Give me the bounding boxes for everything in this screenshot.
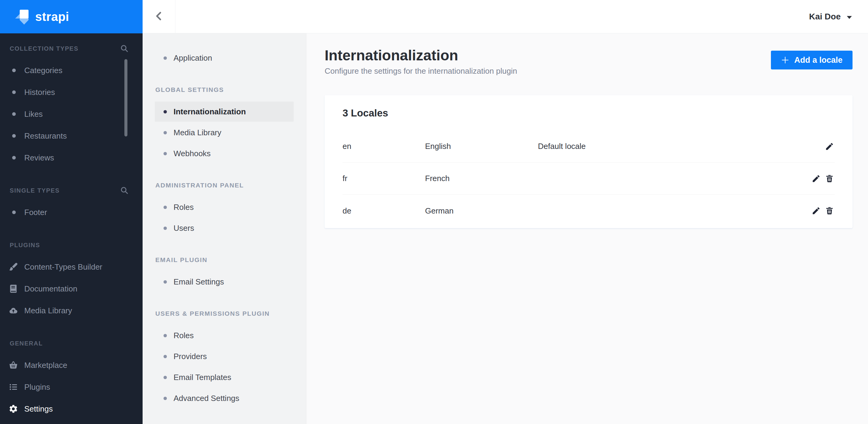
bullet-icon bbox=[12, 156, 16, 160]
bullet-icon bbox=[12, 112, 16, 116]
bullet-icon bbox=[163, 131, 167, 134]
sidebar-item-label: Histories bbox=[24, 88, 55, 97]
sidebar-item-histories[interactable]: Histories bbox=[0, 81, 143, 103]
page-head: Internationalization Configure the setti… bbox=[306, 33, 868, 76]
table-row-de[interactable]: de German bbox=[343, 195, 835, 227]
settings-nav-item-providers[interactable]: Providers bbox=[155, 346, 294, 366]
row-actions bbox=[812, 206, 834, 215]
pencil-icon[interactable] bbox=[812, 206, 821, 215]
bullet-icon bbox=[163, 206, 167, 209]
sidebar-item-plugins[interactable]: Plugins bbox=[0, 376, 143, 398]
main-sidebar: strapi COLLECTION TYPES Categories Histo… bbox=[0, 0, 143, 424]
sidebar-item-media-library[interactable]: Media Library bbox=[0, 300, 143, 322]
sidebar-item-label: Content-Types Builder bbox=[24, 262, 102, 272]
sidebar-item-footer[interactable]: Footer bbox=[0, 201, 143, 223]
settings-nav-label: Application bbox=[174, 54, 212, 63]
sidebar-item-label: Settings bbox=[24, 404, 53, 414]
locale-code: de bbox=[343, 206, 425, 216]
table-row-en[interactable]: en English Default locale bbox=[343, 130, 835, 163]
settings-section-administration-panel: ADMINISTRATION PANEL Roles Users bbox=[155, 174, 293, 238]
right-pane: Kai Doe Application GLOBAL SETTINGS bbox=[143, 0, 868, 424]
strapi-logo-icon bbox=[15, 8, 30, 25]
sidebar-section-single-types: SINGLE TYPES Footer bbox=[0, 180, 143, 223]
settings-nav-item-admin-roles[interactable]: Roles bbox=[155, 197, 294, 217]
settings-nav-item-admin-users[interactable]: Users bbox=[155, 218, 294, 238]
sidebar-item-label: Categories bbox=[24, 66, 62, 75]
settings-nav-item-up-roles[interactable]: Roles bbox=[155, 325, 294, 346]
settings-section-users-permissions-plugin: USERS & PERMISSIONS PLUGIN Roles Provide… bbox=[155, 303, 293, 408]
settings-nav: Application GLOBAL SETTINGS Internationa… bbox=[143, 33, 306, 424]
caret-down-icon bbox=[847, 15, 852, 18]
users-permissions-plugin-header: USERS & PERMISSIONS PLUGIN bbox=[155, 303, 293, 325]
sidebar-item-settings[interactable]: Settings bbox=[0, 398, 143, 420]
sidebar-item-label: Reviews bbox=[24, 153, 54, 163]
settings-nav-item-advanced-settings[interactable]: Advanced Settings bbox=[155, 388, 294, 408]
general-label: GENERAL bbox=[10, 340, 43, 347]
locale-name: German bbox=[425, 206, 538, 216]
settings-nav-item-email-settings[interactable]: Email Settings bbox=[155, 272, 294, 292]
plugins-label: PLUGINS bbox=[10, 242, 40, 249]
row-actions bbox=[812, 174, 834, 183]
bullet-icon bbox=[12, 69, 16, 72]
back-button[interactable] bbox=[143, 0, 175, 33]
pencil-icon[interactable] bbox=[825, 142, 834, 151]
collection-types-header: COLLECTION TYPES bbox=[0, 38, 143, 60]
settings-nav-item-internationalization[interactable]: Internationalization bbox=[155, 102, 294, 122]
sidebar-section-general: GENERAL Marketplace Plugins Settings bbox=[0, 332, 143, 420]
app-window: strapi COLLECTION TYPES Categories Histo… bbox=[0, 0, 868, 424]
sidebar-item-reviews[interactable]: Reviews bbox=[0, 147, 143, 169]
settings-nav-item-media-library[interactable]: Media Library bbox=[155, 123, 294, 142]
settings-nav-label: Email Settings bbox=[174, 277, 224, 287]
settings-nav-item-email-templates[interactable]: Email Templates bbox=[155, 367, 294, 387]
bullet-icon bbox=[12, 90, 16, 94]
user-menu[interactable]: Kai Doe bbox=[809, 0, 868, 33]
sidebar-item-documentation[interactable]: Documentation bbox=[0, 278, 143, 300]
sidebar-item-categories[interactable]: Categories bbox=[0, 60, 143, 81]
topbar: Kai Doe bbox=[143, 0, 868, 33]
settings-nav-label: Webhooks bbox=[174, 149, 211, 158]
settings-nav-item-webhooks[interactable]: Webhooks bbox=[155, 143, 294, 163]
main-content: Internationalization Configure the setti… bbox=[306, 33, 868, 424]
trash-icon[interactable] bbox=[825, 206, 834, 215]
locale-note: Default locale bbox=[538, 142, 825, 151]
locales-card: 3 Locales en English Default locale bbox=[324, 95, 852, 228]
single-types-header: SINGLE TYPES bbox=[0, 180, 143, 201]
sidebar-item-label: Documentation bbox=[24, 284, 78, 294]
settings-nav-label: Advanced Settings bbox=[174, 394, 239, 403]
settings-nav-label: Users bbox=[174, 224, 194, 233]
body-row: Application GLOBAL SETTINGS Internationa… bbox=[143, 33, 868, 424]
settings-nav-label: Roles bbox=[174, 331, 193, 340]
table-row-fr[interactable]: fr French bbox=[343, 163, 835, 195]
sidebar-item-label: Restaurants bbox=[24, 131, 67, 141]
strapi-logo[interactable]: strapi bbox=[0, 0, 143, 33]
sidebar-item-restaurants[interactable]: Restaurants bbox=[0, 125, 143, 147]
global-settings-header: GLOBAL SETTINGS bbox=[155, 79, 293, 101]
search-icon[interactable] bbox=[120, 44, 129, 53]
locale-name: French bbox=[425, 174, 538, 183]
add-locale-button-label: Add a locale bbox=[794, 56, 842, 65]
settings-nav-label: Media Library bbox=[174, 128, 221, 137]
pencil-icon[interactable] bbox=[812, 174, 821, 183]
bullet-icon bbox=[12, 134, 16, 138]
bullet-icon bbox=[163, 397, 167, 400]
single-types-label: SINGLE TYPES bbox=[10, 187, 60, 194]
sidebar-item-marketplace[interactable]: Marketplace bbox=[0, 354, 143, 376]
sidebar-item-likes[interactable]: Likes bbox=[0, 103, 143, 125]
sidebar-item-content-types-builder[interactable]: Content-Types Builder bbox=[0, 256, 143, 278]
paintbrush-icon bbox=[8, 262, 18, 272]
bullet-icon bbox=[163, 376, 167, 379]
sidebar-item-label: Likes bbox=[24, 109, 43, 119]
sidebar-scrollbar-thumb[interactable] bbox=[124, 59, 127, 136]
locale-name: English bbox=[425, 142, 538, 151]
settings-section-email-plugin: EMAIL PLUGIN Email Settings bbox=[155, 249, 293, 292]
add-locale-button[interactable]: Add a locale bbox=[771, 51, 852, 69]
settings-section-global-settings: GLOBAL SETTINGS Internationalization Med… bbox=[155, 79, 293, 163]
bullet-icon bbox=[163, 152, 167, 155]
trash-icon[interactable] bbox=[825, 174, 834, 183]
basket-icon bbox=[8, 360, 18, 370]
search-icon[interactable] bbox=[120, 186, 129, 195]
sidebar-item-label: Plugins bbox=[24, 383, 50, 392]
bullet-icon bbox=[163, 227, 167, 230]
settings-nav-item-application[interactable]: Application bbox=[155, 48, 294, 68]
bullet-icon bbox=[163, 334, 167, 337]
